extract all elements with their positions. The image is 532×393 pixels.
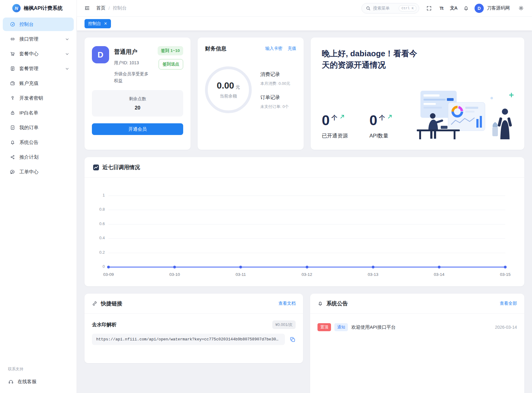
headset-icon: [8, 379, 14, 385]
sidebar: N 楠枫API计费系统 控制台接口管理套餐中心套餐管理账户充值开发者密钥IP白名…: [0, 0, 77, 393]
view-all-link[interactable]: 查看全部: [500, 301, 517, 306]
chart-xtick: 03-11: [236, 272, 246, 277]
bell-icon: [10, 140, 15, 145]
stat-value: 0: [322, 113, 330, 127]
chart-xtick: 03-12: [301, 272, 312, 277]
sidebar-collapse-icon[interactable]: [84, 5, 90, 11]
sidebar-item-6[interactable]: IP白名单: [3, 106, 74, 120]
sidebar-item-9[interactable]: 推介计划: [3, 150, 74, 164]
stat-label: API数量: [369, 132, 393, 139]
font-size-icon[interactable]: Tt: [435, 2, 447, 14]
pinned-badge: 置顶: [317, 323, 331, 331]
ticket-icon: [10, 169, 15, 175]
settings-gear-icon[interactable]: [515, 2, 527, 14]
announcement-row[interactable]: 置顶通知欢迎使用API接口平台2026-03-14: [317, 318, 517, 336]
main-area: 首页 / 控制台 搜索菜单 Ctrl K Tt 文A D 刀: [77, 0, 532, 393]
user-name[interactable]: 刀客源码网: [487, 5, 510, 11]
chart-ytick: 1: [93, 193, 105, 197]
sidebar-item-0[interactable]: 控制台: [3, 18, 74, 31]
online-support-button[interactable]: 在线客服: [8, 379, 77, 385]
open-membership-button[interactable]: 开通会员: [92, 123, 183, 135]
recharge-link[interactable]: 充值: [288, 46, 296, 51]
announcements-card: 系统公告 查看全部 置顶通知欢迎使用API接口平台2026-03-14: [310, 294, 524, 393]
sidebar-item-4[interactable]: 账户充值: [3, 77, 74, 90]
breadcrumb-current: 控制台: [113, 5, 127, 11]
balance-label: 当前余额: [220, 93, 237, 99]
chart-gridline: [108, 210, 505, 210]
sidebar-item-1[interactable]: 接口管理: [3, 32, 74, 46]
quick-links-card: 快捷链接 查看文档 去水印解析¥0.001/次https://api.nfiii…: [85, 294, 303, 363]
sidebar-item-label: 我的订单: [19, 125, 38, 131]
tab-dashboard[interactable]: 控制台 ✕: [85, 19, 111, 28]
enter-card-key-link[interactable]: 输入卡密: [265, 46, 282, 51]
chart-ytick: 0.8: [93, 207, 105, 212]
sidebar-item-7[interactable]: 我的订单: [3, 121, 74, 134]
tab-close-icon[interactable]: ✕: [104, 21, 107, 26]
chart-ytick: 0.6: [93, 221, 105, 226]
chart-gridline: [108, 224, 505, 224]
points-label: 剩余点数: [129, 96, 146, 102]
view-docs-link[interactable]: 查看文档: [278, 301, 296, 306]
order-record-title: 订单记录: [260, 94, 290, 101]
api-url-field[interactable]: https://api.nfiii.com/api/open/watermark…: [92, 334, 285, 345]
sidebar-item-2[interactable]: 套餐中心: [3, 47, 74, 61]
sidebar-item-10[interactable]: 工单中心: [3, 165, 74, 179]
trend-up-icon: [387, 114, 393, 120]
user-avatar[interactable]: D: [475, 4, 484, 13]
dashboard-illustration: [415, 88, 516, 140]
sidebar-item-3[interactable]: 套餐管理: [3, 62, 74, 75]
copy-icon[interactable]: [290, 336, 296, 343]
translate-icon[interactable]: 文A: [447, 2, 460, 14]
chevron-down-icon: [65, 52, 69, 56]
chart-ytick: 0.4: [93, 236, 105, 240]
tab-label: 控制台: [88, 21, 101, 26]
topbar-icons: Tt 文A D 刀客源码网: [423, 2, 527, 14]
link-icon: [92, 301, 97, 306]
contact-support-label: 联系支持: [8, 367, 77, 372]
sidebar-item-label: 套餐管理: [19, 66, 38, 72]
signin-range-badge: 签到 1~10: [158, 46, 183, 55]
breadcrumb-home[interactable]: 首页: [96, 5, 105, 11]
chart-xtick: 03-10: [169, 272, 180, 277]
user-id-row: 用户ID: 1013: [114, 60, 158, 66]
sidebar-nav: 控制台接口管理套餐中心套餐管理账户充值开发者密钥IP白名单我的订单系统公告推介计…: [0, 16, 77, 179]
app-title: 楠枫API计费系统: [24, 5, 63, 12]
notification-bell-icon[interactable]: [460, 2, 472, 14]
stat-label: 已开通资源: [322, 132, 348, 139]
sidebar-footer: 联系支持 在线客服: [0, 367, 77, 393]
greeting-stat-1: 0个API数量: [369, 113, 393, 139]
search-shortcut-badge: Ctrl K: [399, 5, 416, 11]
package-icon: [10, 66, 15, 72]
finance-title: 财务信息: [205, 45, 227, 52]
online-support-label: 在线客服: [18, 379, 37, 385]
breadcrumb-separator: /: [108, 6, 110, 11]
quick-links-title: 快捷链接: [101, 300, 122, 307]
balance-value: 0.00: [217, 81, 234, 91]
sidebar-item-5[interactable]: 开发者密钥: [3, 91, 74, 105]
order-icon: [10, 125, 15, 131]
stat-unit: 个: [332, 114, 337, 122]
signin-button[interactable]: 签到送点: [159, 59, 183, 69]
sidebar-item-label: 工单中心: [19, 169, 38, 175]
lock-icon: [10, 110, 15, 116]
fullscreen-icon[interactable]: [423, 2, 435, 14]
announcements-title: 系统公告: [326, 300, 348, 307]
search-input[interactable]: 搜索菜单 Ctrl K: [361, 3, 419, 14]
announcement-date: 2026-03-14: [495, 325, 517, 330]
chart-data-point: [305, 266, 308, 268]
points-box: 剩余点数 20: [92, 90, 183, 117]
share-icon: [10, 154, 15, 160]
sidebar-item-label: IP白名单: [19, 110, 38, 116]
chart-title: 近七日调用情况: [102, 164, 140, 171]
topbar: 首页 / 控制台 搜索菜单 Ctrl K Tt 文A D 刀: [77, 0, 532, 16]
greeting-stats: 0个已开通资源0个API数量: [322, 113, 393, 139]
chart-data-point: [107, 266, 110, 268]
notice-badge: 通知: [334, 323, 348, 331]
app-root: N 楠枫API计费系统 控制台接口管理套餐中心套餐管理账户充值开发者密钥IP白名…: [0, 0, 532, 393]
sidebar-item-label: 系统公告: [19, 139, 38, 146]
chart-gridline: [108, 253, 505, 253]
user-card-avatar: D: [92, 46, 109, 63]
sidebar-item-8[interactable]: 系统公告: [3, 136, 74, 149]
balance-unit: 元: [236, 85, 240, 90]
chevron-down-icon: [65, 66, 69, 71]
